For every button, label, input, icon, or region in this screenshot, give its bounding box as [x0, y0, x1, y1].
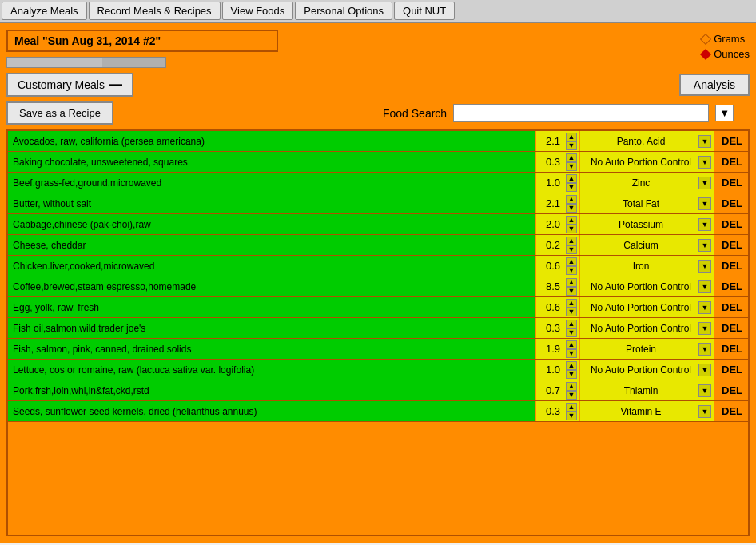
del-button[interactable]: DEL [716, 152, 748, 172]
menu-item-record-meals[interactable]: Record Meals & Recipes [89, 2, 221, 20]
qty-down-button[interactable]: ▼ [566, 183, 577, 192]
qty-value: 0.6 [538, 301, 560, 313]
del-button[interactable]: DEL [716, 380, 748, 400]
menu-item-quit-nut[interactable]: Quit NUT [394, 2, 455, 20]
grams-option[interactable]: Grams [702, 33, 750, 45]
qty-up-button[interactable]: ▲ [566, 382, 577, 391]
nutrient-dropdown[interactable]: ▼ [698, 301, 711, 314]
menu-item-personal-options[interactable]: Personal Options [295, 2, 392, 20]
qty-down-button[interactable]: ▼ [566, 391, 577, 400]
qty-up-button[interactable]: ▲ [566, 257, 577, 266]
food-name[interactable]: Baking chocolate, unsweetened, squares [8, 152, 536, 172]
food-name[interactable]: Avocados, raw, california (persea americ… [8, 131, 536, 151]
save-recipe-button[interactable]: Save as a Recipe [6, 101, 113, 125]
qty-up-button[interactable]: ▲ [566, 195, 577, 204]
del-button[interactable]: DEL [716, 401, 748, 421]
del-button[interactable]: DEL [716, 297, 748, 317]
food-name[interactable]: Coffee,brewed,steam espresso,homemade [8, 276, 536, 296]
food-name[interactable]: Cabbage,chinese (pak-choi),raw [8, 214, 536, 234]
qty-spinner: ▲ ▼ [566, 401, 577, 421]
qty-down-button[interactable]: ▼ [566, 225, 577, 233]
qty-down-button[interactable]: ▼ [566, 141, 577, 150]
customary-meals-button[interactable]: Customary Meals — [6, 73, 133, 97]
del-button[interactable]: DEL [716, 276, 748, 296]
food-name[interactable]: Lettuce, cos or romaine, raw (lactuca sa… [8, 360, 536, 380]
food-name[interactable]: Seeds, sunflower seed kernels, dried (he… [8, 401, 536, 421]
del-button[interactable]: DEL [716, 131, 748, 151]
nutrient-dropdown[interactable]: ▼ [698, 260, 711, 272]
qty-up-button[interactable]: ▲ [566, 133, 577, 141]
qty-up-button[interactable]: ▲ [566, 299, 577, 308]
qty-area: 2.0 ▲ ▼ [536, 214, 580, 234]
food-name[interactable]: Butter, without salt [8, 193, 536, 213]
qty-up-button[interactable]: ▲ [566, 403, 577, 412]
food-name[interactable]: Egg, yolk, raw, fresh [8, 297, 536, 317]
nutrient-dropdown[interactable]: ▼ [698, 405, 711, 418]
table-row: Butter, without salt 2.1 ▲ ▼ Total Fat ▼… [8, 193, 748, 214]
food-search-input[interactable] [453, 104, 709, 122]
qty-down-button[interactable]: ▼ [566, 370, 577, 379]
table-row: Lettuce, cos or romaine, raw (lactuca sa… [8, 360, 748, 380]
qty-value: 8.5 [538, 280, 560, 292]
nutrient-area: Vitamin E ▼ [580, 401, 716, 421]
food-name[interactable]: Chicken.liver,cooked,microwaved [8, 256, 536, 276]
qty-down-button[interactable]: ▼ [566, 266, 577, 275]
qty-up-button[interactable]: ▲ [566, 340, 577, 349]
nutrient-dropdown[interactable]: ▼ [698, 384, 711, 397]
nutrient-dropdown[interactable]: ▼ [698, 322, 711, 335]
menu-item-view-foods[interactable]: View Foods [222, 2, 294, 20]
del-button[interactable]: DEL [716, 235, 748, 255]
qty-value: 2.0 [538, 218, 560, 230]
del-button[interactable]: DEL [716, 318, 748, 338]
qty-down-button[interactable]: ▼ [566, 204, 577, 213]
del-button[interactable]: DEL [716, 256, 748, 276]
del-button[interactable]: DEL [716, 173, 748, 193]
qty-down-button[interactable]: ▼ [566, 349, 577, 358]
food-name[interactable]: Beef,grass-fed,ground.microwaved [8, 173, 536, 193]
del-button[interactable]: DEL [716, 339, 748, 359]
nutrient-dropdown[interactable]: ▼ [698, 239, 711, 252]
menu-item-analyze-meals[interactable]: Analyze Meals [2, 2, 87, 20]
nutrient-dropdown[interactable]: ▼ [698, 156, 711, 169]
nutrient-area: Calcium ▼ [580, 235, 716, 255]
nutrient-dropdown[interactable]: ▼ [698, 177, 711, 189]
meal-title: Meal "Sun Aug 31, 2014 #2" [6, 30, 278, 52]
nutrient-name: No Auto Portion Control [583, 281, 698, 292]
qty-value: 0.6 [538, 260, 560, 272]
del-button[interactable]: DEL [716, 193, 748, 213]
del-button[interactable]: DEL [716, 360, 748, 380]
qty-down-button[interactable]: ▼ [566, 162, 577, 171]
qty-down-button[interactable]: ▼ [566, 328, 577, 337]
analysis-button[interactable]: Analysis [679, 74, 750, 96]
qty-up-button[interactable]: ▲ [566, 153, 577, 162]
qty-up-button[interactable]: ▲ [566, 237, 577, 245]
nutrient-dropdown[interactable]: ▼ [698, 343, 711, 356]
nutrient-dropdown[interactable]: ▼ [698, 135, 711, 148]
qty-up-button[interactable]: ▲ [566, 174, 577, 183]
search-dropdown[interactable]: ▼ [715, 105, 734, 121]
qty-up-button[interactable]: ▲ [566, 216, 577, 225]
nutrient-dropdown[interactable]: ▼ [698, 280, 711, 293]
qty-down-button[interactable]: ▼ [566, 245, 577, 254]
qty-up-button[interactable]: ▲ [566, 361, 577, 370]
qty-up-button[interactable]: ▲ [566, 278, 577, 287]
qty-down-button[interactable]: ▼ [566, 308, 577, 316]
food-name[interactable]: Cheese, cheddar [8, 235, 536, 255]
nutrient-name: No Auto Portion Control [583, 323, 698, 334]
food-name[interactable]: Fish, salmon, pink, canned, drained soli… [8, 339, 536, 359]
ounces-option[interactable]: Ounces [702, 48, 750, 60]
nutrient-dropdown[interactable]: ▼ [698, 364, 711, 376]
nutrient-area: Zinc ▼ [580, 173, 716, 193]
food-name[interactable]: Fish oil,salmon,wild,trader joe's [8, 318, 536, 338]
nutrient-dropdown[interactable]: ▼ [698, 218, 711, 231]
nutrient-dropdown[interactable]: ▼ [698, 197, 711, 210]
food-name[interactable]: Pork,frsh,loin,whl,ln&fat,ckd,rstd [8, 380, 536, 400]
qty-down-button[interactable]: ▼ [566, 412, 577, 420]
qty-up-button[interactable]: ▲ [566, 320, 577, 328]
food-search-label: Food Search [383, 107, 447, 120]
del-button[interactable]: DEL [716, 214, 748, 234]
qty-spinner: ▲ ▼ [566, 318, 577, 338]
qty-down-button[interactable]: ▼ [566, 287, 577, 296]
food-search-area: Food Search ▼ [383, 104, 734, 122]
grams-label: Grams [714, 33, 745, 45]
